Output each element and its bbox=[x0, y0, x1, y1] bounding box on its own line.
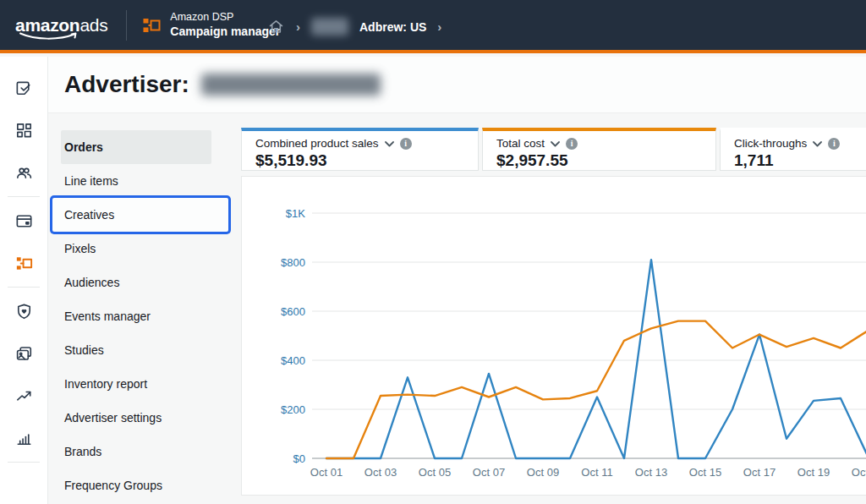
rail-audiences-people-icon[interactable] bbox=[0, 151, 48, 194]
rail-reports-bar-chart-icon[interactable] bbox=[0, 417, 48, 459]
metric-card-combined-product-sales[interactable]: Combined product sales i $5,519.93 bbox=[241, 128, 479, 171]
svg-text:Oct 17: Oct 17 bbox=[743, 466, 776, 479]
metric-card-value: 1,711 bbox=[734, 151, 866, 170]
performance-chart-panel: $1K$800$600$400$200$0Oct 01Oct 03Oct 05O… bbox=[241, 176, 866, 496]
chevron-down-icon[interactable] bbox=[813, 137, 822, 150]
svg-text:$400: $400 bbox=[281, 354, 305, 367]
breadcrumb: › Adbrew: US › bbox=[267, 0, 441, 53]
product-subtitle: Campaign manager bbox=[170, 25, 280, 40]
redacted-breadcrumb-item[interactable] bbox=[311, 18, 348, 36]
metric-card-label: Combined product sales bbox=[255, 137, 379, 150]
svg-text:Oct 01: Oct 01 bbox=[310, 466, 343, 479]
metric-card-value: $2,957.55 bbox=[496, 151, 702, 170]
menu-item-audiences[interactable]: Audiences bbox=[52, 266, 228, 299]
home-icon[interactable] bbox=[267, 18, 285, 36]
rail-divider bbox=[8, 462, 40, 463]
menu-item-line-items[interactable]: Line items bbox=[52, 164, 228, 198]
svg-text:Oct 21: Oct 21 bbox=[852, 466, 866, 479]
rail-divider bbox=[8, 196, 40, 197]
line-chart[interactable]: $1K$800$600$400$200$0Oct 01Oct 03Oct 05O… bbox=[242, 177, 866, 495]
dsp-icon bbox=[141, 15, 162, 36]
amazon-smile-icon bbox=[19, 32, 79, 41]
top-navbar: amazonads Amazon DSP Campaign manager › … bbox=[0, 0, 866, 53]
svg-text:Oct 13: Oct 13 bbox=[635, 466, 667, 479]
info-icon[interactable]: i bbox=[400, 138, 412, 150]
page-title: Advertiser: bbox=[64, 71, 381, 98]
svg-text:Oct 07: Oct 07 bbox=[473, 466, 505, 479]
metric-card-click-throughs[interactable]: Click-throughs i 1,711 bbox=[720, 128, 866, 171]
svg-text:Oct 09: Oct 09 bbox=[527, 466, 559, 479]
metric-card-value: $5,519.93 bbox=[255, 151, 464, 170]
svg-text:Oct 03: Oct 03 bbox=[364, 466, 397, 479]
svg-text:Oct 15: Oct 15 bbox=[689, 466, 721, 479]
svg-text:Oct 19: Oct 19 bbox=[797, 466, 830, 479]
svg-text:$200: $200 bbox=[281, 403, 305, 416]
breadcrumb-current[interactable]: Adbrew: US bbox=[359, 20, 426, 34]
rail-divider bbox=[8, 287, 40, 288]
rail-campaigns-check-icon[interactable] bbox=[0, 67, 48, 109]
menu-item-studies[interactable]: Studies bbox=[52, 333, 228, 367]
svg-text:$600: $600 bbox=[281, 305, 305, 318]
menu-item-advertiser-settings[interactable]: Advertiser settings bbox=[52, 401, 228, 435]
advertiser-menu: OrdersLine itemsCreativesPixelsAudiences… bbox=[52, 130, 228, 502]
rail-dsp-icon[interactable] bbox=[0, 242, 48, 284]
redacted-advertiser-name bbox=[201, 74, 381, 96]
svg-text:Oct 11: Oct 11 bbox=[581, 466, 612, 479]
rail-insights-trend-icon[interactable] bbox=[0, 375, 48, 417]
svg-text:Oct 05: Oct 05 bbox=[419, 466, 451, 479]
product-name: Amazon DSP bbox=[170, 11, 280, 25]
menu-item-orders[interactable]: Orders bbox=[61, 130, 211, 164]
menu-item-inventory-report[interactable]: Inventory report bbox=[52, 367, 228, 401]
menu-item-events-manager[interactable]: Events manager bbox=[52, 299, 228, 333]
menu-item-brands[interactable]: Brands bbox=[52, 435, 228, 468]
info-icon[interactable]: i bbox=[828, 138, 840, 150]
metric-card-label: Total cost bbox=[496, 137, 545, 150]
rail-billing-card-icon[interactable] bbox=[0, 200, 48, 242]
chevron-down-icon[interactable] bbox=[551, 137, 560, 150]
amazonads-logo[interactable]: amazonads bbox=[15, 16, 107, 34]
logo-suffix-text: ads bbox=[79, 15, 107, 35]
chevron-right-icon: › bbox=[437, 20, 441, 33]
svg-text:$1K: $1K bbox=[286, 207, 305, 220]
info-icon[interactable]: i bbox=[566, 138, 578, 150]
svg-text:$0: $0 bbox=[293, 452, 305, 465]
navbar-divider bbox=[126, 10, 127, 41]
product-label[interactable]: Amazon DSP Campaign manager bbox=[170, 11, 280, 39]
left-icon-rail bbox=[0, 57, 48, 504]
menu-item-creatives[interactable]: Creatives bbox=[52, 198, 228, 232]
rail-dashboard-icon[interactable] bbox=[0, 109, 48, 151]
chevron-down-icon[interactable] bbox=[385, 137, 394, 150]
svg-text:$800: $800 bbox=[281, 256, 305, 269]
metric-cards-row: Combined product sales i $5,519.93 Total… bbox=[241, 128, 866, 171]
metric-card-total-cost[interactable]: Total cost i $2,957.55 bbox=[482, 128, 716, 171]
rail-creatives-media-icon[interactable] bbox=[0, 332, 48, 375]
rail-brand-safety-shield-icon[interactable] bbox=[0, 290, 48, 332]
menu-item-pixels[interactable]: Pixels bbox=[52, 232, 228, 266]
menu-item-frequency-groups[interactable]: Frequency Groups bbox=[52, 468, 228, 502]
metric-card-label: Click-throughs bbox=[734, 137, 807, 150]
page-title-label: Advertiser: bbox=[64, 71, 189, 98]
chevron-right-icon: › bbox=[296, 20, 300, 33]
